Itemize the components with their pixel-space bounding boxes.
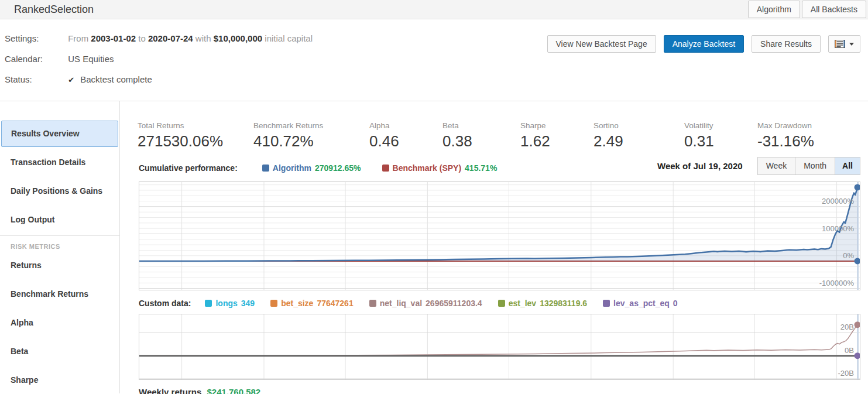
settings-suffix: initial capital [265, 33, 313, 43]
cumulative-performance-chart[interactable]: 200000%100000%0%-100000% [139, 181, 860, 290]
range-button-all[interactable]: All [835, 157, 860, 175]
legend-item-est-lev[interactable]: est_lev 132983119.6 [498, 299, 587, 308]
sidebar-item-log-output[interactable]: Log Output [0, 205, 119, 234]
range-button-week[interactable]: Week [757, 157, 796, 175]
sidebar-item-daily-positions-gains[interactable]: Daily Positions & Gains [0, 177, 119, 205]
performance-legend: Cumulative performance: Algorithm 270912… [139, 163, 518, 173]
legend-value: 77647261 [317, 299, 353, 308]
svg-text:-20B: -20B [838, 369, 854, 378]
legend-name: est_lev [509, 299, 536, 308]
status-row: Status: ✔ Backtest complete [5, 74, 152, 84]
legend-value: 26965911203.4 [426, 299, 482, 308]
sidebar-item-sharpe[interactable]: Sharpe [0, 366, 119, 394]
legend-value: 270912.65% [315, 163, 361, 173]
stat-value: 410.72% [253, 132, 369, 150]
stat-label: Beta [442, 121, 520, 130]
legend-value: 0 [673, 299, 678, 308]
legend-value: 349 [241, 299, 255, 308]
sidebar-item-beta[interactable]: Beta [0, 337, 119, 366]
settings-to-word: to [138, 33, 146, 43]
bet-size-swatch [270, 300, 277, 307]
end-date: 2020-07-24 [148, 33, 193, 43]
report-icon [835, 40, 845, 48]
stat-sharpe: Sharpe 1.62 [520, 121, 593, 150]
weekly-returns-row: Weekly returns $241,760,582 [139, 387, 260, 394]
stat-total-returns: Total Returns 271530.06% [138, 121, 253, 150]
algorithm-button[interactable]: Algorithm [748, 1, 800, 18]
est-lev-swatch [498, 300, 505, 307]
legend-value: 132983119.6 [540, 299, 587, 308]
sidebar-section-risk-metrics: RISK METRICS [0, 236, 119, 251]
settings-from-word: From [68, 33, 88, 43]
algorithm-swatch [262, 165, 269, 172]
benchmark-swatch [382, 165, 389, 172]
sidebar-item-returns[interactable]: Returns [0, 251, 119, 280]
stat-max-drawdown: Max Drawdown -31.16% [757, 121, 868, 150]
chevron-down-icon [849, 43, 854, 46]
stat-value: -31.16% [757, 132, 868, 150]
legend-item-longs[interactable]: longs 349 [205, 299, 255, 308]
status-label: Status: [5, 74, 66, 84]
stat-sortino: Sortino 2.49 [593, 121, 684, 150]
analyze-backtest-button[interactable]: Analyze Backtest [664, 35, 744, 53]
start-date: 2003-01-02 [91, 33, 136, 43]
stat-label: Sharpe [520, 121, 593, 130]
stat-value: 1.62 [520, 132, 593, 150]
legend-item-bet-size[interactable]: bet_size 77647261 [270, 299, 354, 308]
stat-label: Total Returns [138, 121, 253, 130]
backtest-results-page: RankedSelection Algorithm All Backtests … [0, 0, 868, 394]
stat-value: 0.31 [684, 132, 757, 150]
net-liq-val-swatch [369, 300, 376, 307]
legend-item-net-liq-val[interactable]: net_liq_val 26965911203.4 [369, 299, 482, 308]
calendar-value: US Equities [68, 54, 114, 64]
legend-item-algorithm[interactable]: Algorithm 270912.65% [262, 163, 361, 173]
weekly-returns-value: $241,760,582 [207, 387, 260, 394]
sidebar-item-transaction-details[interactable]: Transaction Details [0, 148, 119, 177]
legend-name: bet_size [281, 299, 313, 308]
stat-value: 0.46 [369, 132, 442, 150]
top-bar: RankedSelection Algorithm All Backtests [0, 0, 868, 19]
stat-label: Sortino [593, 121, 684, 130]
legend-name: lev_as_pct_eq [613, 299, 670, 308]
legend-name: Benchmark (SPY) [393, 163, 461, 173]
header-actions: View New Backtest Page Analyze Backtest … [547, 35, 860, 53]
custom-data-legend: Custom data: longs 349 bet_size 77647261… [139, 299, 694, 308]
topbar-buttons: Algorithm All Backtests [748, 1, 866, 18]
sidebar-item-alpha[interactable]: Alpha [0, 309, 119, 337]
range-selector: Week of Jul 19, 2020 Week Month All [657, 157, 860, 175]
stat-beta: Beta 0.38 [442, 121, 520, 150]
longs-swatch [205, 300, 212, 307]
stat-label: Benchmark Returns [253, 121, 369, 130]
all-backtests-button[interactable]: All Backtests [802, 1, 866, 18]
custom-data-chart[interactable]: 20B0B-20B [139, 314, 860, 380]
legend-value: 415.71% [465, 163, 497, 173]
svg-text:200000%: 200000% [822, 197, 854, 205]
stat-value: 2.49 [593, 132, 684, 150]
custom-data-label: Custom data: [139, 299, 191, 308]
backtest-header: Settings: From 2003-01-02 to 2020-07-24 … [0, 19, 868, 101]
range-button-month[interactable]: Month [795, 157, 835, 175]
legend-item-lev-as-pct-eq[interactable]: lev_as_pct_eq 0 [603, 299, 678, 308]
sidebar: Results Overview Transaction Details Dai… [0, 101, 120, 393]
stat-value: 271530.06% [138, 132, 253, 150]
stat-label: Volatility [684, 121, 757, 130]
view-new-backtest-button[interactable]: View New Backtest Page [547, 35, 656, 53]
sidebar-item-results-overview[interactable]: Results Overview [1, 121, 118, 147]
settings-label: Settings: [5, 33, 66, 43]
stat-label: Alpha [369, 121, 442, 130]
weekly-returns-label: Weekly returns [139, 387, 201, 394]
share-results-button[interactable]: Share Results [752, 35, 821, 53]
performance-legend-label: Cumulative performance: [139, 163, 238, 173]
legend-name: Algorithm [273, 163, 311, 173]
calendar-label: Calendar: [5, 54, 66, 64]
svg-text:-100000%: -100000% [819, 279, 855, 287]
calendar-row: Calendar: US Equities [5, 54, 114, 64]
check-icon: ✔ [68, 76, 74, 84]
sidebar-item-benchmark-returns[interactable]: Benchmark Returns [0, 280, 119, 309]
report-menu-button[interactable] [828, 35, 860, 53]
legend-name: longs [215, 299, 237, 308]
legend-item-benchmark[interactable]: Benchmark (SPY) 415.71% [382, 163, 498, 173]
svg-text:20B: 20B [840, 323, 854, 331]
stat-value: 0.38 [442, 132, 520, 150]
stat-label: Max Drawdown [757, 121, 868, 130]
